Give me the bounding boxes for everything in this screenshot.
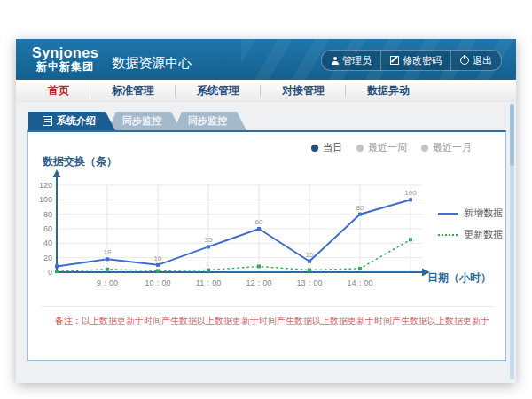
svg-text:14：00: 14：00 [347,278,372,287]
tab-label: 同步监控 [188,112,227,130]
tab-label: 系统介绍 [57,112,96,130]
tab-系统介绍-0[interactable]: 系统介绍 [28,112,115,130]
radio-dot-icon [421,145,428,152]
system-intro-panel: 当日最近一周最近一月 数据交换（条） 0204060801001209：0010… [27,130,506,361]
svg-text:0: 0 [48,268,52,277]
chart-point-更新数据-4 [257,264,261,268]
time-filter-label: 最近一周 [368,141,407,154]
svg-text:15: 15 [306,251,314,259]
brand-company: 新中新集团 [32,61,98,73]
chart-point-新增数据-4 [257,227,261,231]
time-filter-label: 最近一月 [433,141,472,154]
legend-line-sample [438,213,458,215]
panel-divider [41,306,493,307]
nav-item-首页[interactable]: 首页 [27,80,90,102]
legend-label: 更新数据 [464,228,503,241]
tab-同步监控-2[interactable]: 同步监控 [174,112,246,130]
svg-text:60: 60 [255,218,263,226]
svg-text:80: 80 [43,210,52,219]
exchange-line-chart: 0204060801001209：0010：0011：0012：0013：001… [35,168,439,296]
chart-point-新增数据-5 [308,260,311,263]
chart-point-新增数据-3 [207,245,210,248]
footnote-label: 备注： [55,316,82,325]
svg-text:80: 80 [356,204,364,212]
chart-point-更新数据-1 [106,268,109,271]
app-title: 数据资源中心 [112,55,192,72]
time-filter-group: 当日最近一周最近一月 [311,141,472,154]
nav-item-标准管理[interactable]: 标准管理 [90,80,176,102]
svg-text:60: 60 [43,224,52,233]
tab-同步监控-1[interactable]: 同步监控 [108,112,181,130]
nav-item-数据异动[interactable]: 数据异动 [346,80,431,102]
legend-label: 新增数据 [464,207,503,220]
user-icon [331,57,339,65]
nav-item-系统管理[interactable]: 系统管理 [176,80,261,102]
user-bar: 管理员 修改密码 退出 [321,50,502,71]
chart-point-更新数据-6 [358,267,362,270]
svg-text:12：00: 12：00 [246,278,271,287]
chart-point-更新数据-7 [409,238,412,241]
document-icon [43,116,52,126]
radio-dot-icon [356,145,364,152]
chart-point-新增数据-2 [156,263,160,267]
change-password-button[interactable]: 修改密码 [380,51,450,70]
nav-item-对接管理[interactable]: 对接管理 [261,80,346,102]
logout-button[interactable]: 退出 [450,51,501,70]
legend-item-新增数据[interactable]: 新增数据 [438,207,503,220]
main-nav: 首页标准管理系统管理对接管理数据异动 [16,80,516,103]
svg-text:13：00: 13：00 [296,278,322,287]
footnote-text: 以上数据更新于时间产生数据以上数据更新于时间产生数据以上数据更新于时间产生数据以… [82,316,489,325]
edit-icon [390,56,399,65]
svg-text:40: 40 [43,239,52,247]
chart-point-更新数据-5 [308,269,311,272]
username-label: 管理员 [342,54,372,67]
svg-text:11：00: 11：00 [196,278,221,287]
change-password-label: 修改密码 [403,54,442,67]
legend-item-更新数据[interactable]: 更新数据 [438,228,503,241]
chart-point-新增数据-7 [409,198,412,201]
svg-text:35: 35 [205,236,213,244]
svg-text:9：00: 9：00 [97,278,118,287]
tab-bar: 系统介绍同步监控同步监控 [28,112,239,130]
app-window: Synjones 新中新集团 数据资源中心 管理员 修改密码 退出 首页标准管理… [16,39,516,383]
time-filter-最近一周[interactable]: 最近一周 [356,141,407,154]
footnote: 备注：以上数据更新于时间产生数据以上数据更新于时间产生数据以上数据更新于时间产生… [55,315,489,327]
time-filter-最近一月[interactable]: 最近一月 [421,141,472,154]
svg-text:10: 10 [154,254,162,262]
tab-label: 同步监控 [122,112,161,130]
app-header: Synjones 新中新集团 数据资源中心 管理员 修改密码 退出 [16,39,516,80]
power-icon [460,56,469,65]
chart-point-更新数据-3 [207,269,210,272]
chart-point-新增数据-0 [55,264,59,268]
chart-legend: 新增数据更新数据 [438,207,503,241]
vertical-scrollbar[interactable] [510,104,514,379]
chart-point-更新数据-0 [55,270,59,273]
content-area: 系统介绍同步监控同步监控 当日最近一周最近一月 数据交换（条） 02040608… [16,102,516,383]
svg-text:120: 120 [39,181,52,190]
chart-point-更新数据-2 [156,269,160,272]
svg-text:18: 18 [104,248,112,256]
svg-text:100: 100 [404,189,417,197]
user-menu[interactable]: 管理员 [322,51,380,70]
radio-dot-icon [311,145,318,152]
svg-text:20: 20 [43,254,52,262]
chart-point-新增数据-6 [358,213,362,216]
svg-text:100: 100 [39,195,52,204]
brand-name: Synjones [32,46,98,61]
brand-logo[interactable]: Synjones 新中新集团 [32,46,98,72]
chart-point-新增数据-1 [106,257,109,261]
logout-label: 退出 [473,54,492,67]
time-filter-label: 当日 [323,141,342,154]
chart-x-axis-title: 日期（小时） [427,270,491,286]
svg-text:10：00: 10：00 [145,278,170,287]
time-filter-当日[interactable]: 当日 [311,141,342,154]
legend-line-sample [438,234,458,236]
scrollbar-thumb[interactable] [510,104,514,166]
